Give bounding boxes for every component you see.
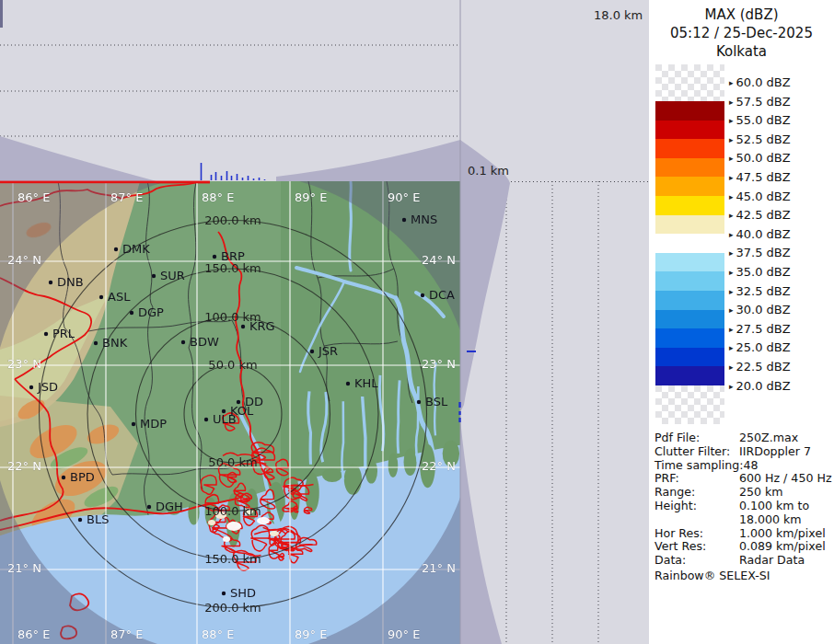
range-ring-label: 50.0 km (208, 358, 257, 372)
city-label: DGH (156, 500, 183, 513)
info-row: 18.000 km (654, 513, 833, 527)
latitude-label: 21° N (422, 561, 456, 575)
product-datetime: 05:12 / 25-Dec-2025 (649, 24, 834, 42)
city-label: BSL (425, 395, 448, 408)
scale-tick-label: ▸52.5 dBZ (729, 132, 791, 146)
info-label: Range: (654, 486, 739, 500)
scale-tick-label: ▸45.0 dBZ (729, 190, 791, 203)
city-label: PRL (52, 327, 75, 340)
city-label: MDP (140, 417, 167, 431)
city-dot (44, 332, 48, 336)
latitude-label: 23° N (7, 357, 41, 371)
info-value: Radar Data (739, 554, 805, 568)
scale-tick-arrow-icon: ▸ (729, 305, 734, 315)
scale-tick-label: ▸40.0 dBZ (729, 227, 791, 241)
scale-tick-label: ▸57.5 dBZ (729, 95, 791, 109)
city-label: BPD (70, 470, 95, 484)
scale-tick-arrow-icon: ▸ (729, 268, 734, 277)
legend-panel: MAX (dBZ) 05:12 / 25-Dec-2025 Kolkata ▸6… (649, 0, 834, 644)
info-row: Clutter Filter:IIRDoppler 7 (654, 445, 833, 459)
scale-tick-arrow-icon: ▸ (729, 325, 734, 334)
latitude-label: 24° N (7, 253, 41, 267)
city-dot (49, 281, 52, 284)
city-dot (147, 505, 151, 509)
info-label: Vert Res: (654, 540, 739, 554)
scale-tick-arrow-icon: ▸ (729, 287, 734, 296)
city-label: KHL (354, 376, 378, 390)
info-label: Pdf File: (654, 431, 739, 445)
range-ring-label: 200.0 km (204, 601, 261, 615)
delta-island (322, 468, 342, 482)
scale-checker-band (655, 64, 724, 101)
scale-tick-label: ▸55.0 dBZ (729, 113, 791, 127)
range-ring-label: 200.0 km (204, 213, 261, 227)
city-dot (62, 476, 65, 479)
scale-tick-arrow-icon: ▸ (729, 78, 734, 87)
scale-tick-arrow-icon: ▸ (729, 173, 734, 182)
info-value: 0.089 km/pixel (739, 540, 826, 554)
info-label: Height: (654, 500, 739, 513)
longitude-label: 86° E (17, 190, 50, 204)
city-dot (29, 385, 33, 389)
scale-color-band (655, 177, 724, 196)
range-ring-label: 50.0 km (208, 455, 257, 469)
info-label: Hor Res: (654, 527, 739, 541)
scale-tick-label: ▸27.5 dBZ (729, 322, 791, 336)
scale-tick-label: ▸30.0 dBZ (729, 303, 791, 316)
longitude-label: 90° E (388, 627, 420, 641)
scale-color-band (655, 253, 724, 272)
info-row: Height:0.100 km to (654, 500, 833, 513)
city-dot (181, 340, 185, 344)
scale-tick-label: ▸32.5 dBZ (729, 284, 791, 298)
city-label: BRP (221, 249, 245, 263)
scale-color-band (655, 328, 724, 348)
color-scale-column (655, 64, 724, 424)
longitude-label: 89° E (295, 190, 327, 204)
info-value: IIRDoppler 7 (739, 445, 811, 459)
info-value: 600 Hz / 450 Hz (739, 472, 832, 486)
city-label: DCA (429, 288, 455, 302)
scale-tick-arrow-icon: ▸ (729, 382, 734, 391)
latitude-label: 23° N (422, 357, 456, 371)
scale-color-band (655, 291, 724, 310)
city-dot (152, 274, 156, 278)
longitude-label: 86° E (17, 627, 50, 641)
city-dot (132, 422, 135, 426)
city-label: SUR (160, 269, 185, 282)
city-dot (114, 247, 118, 251)
scale-tick-arrow-icon: ▸ (729, 343, 734, 352)
scale-tick-arrow-icon: ▸ (729, 248, 734, 258)
longitude-label: 88° E (202, 627, 234, 641)
latitude-label: 21° N (7, 561, 41, 575)
height-axis-min-label: 0.1 km (468, 164, 509, 178)
radar-site-name: Kolkata (649, 42, 834, 61)
longitude-label: 89° E (295, 627, 327, 641)
city-label: BNK (102, 336, 128, 350)
longitude-label: 88° E (202, 190, 234, 204)
scale-tick-label: ▸60.0 dBZ (729, 75, 791, 89)
scale-tick-arrow-icon: ▸ (729, 230, 734, 239)
info-value: 1.000 km/pixel (739, 527, 826, 541)
info-row: PRF:600 Hz / 450 Hz (654, 472, 833, 486)
scale-color-band (655, 234, 724, 253)
delta-island (188, 500, 199, 525)
city-dot (130, 311, 133, 315)
scale-color-band (655, 101, 724, 121)
city-label: ULB (213, 412, 237, 426)
longitude-label: 87° E (110, 190, 143, 204)
height-axis-max-label: 18.0 km (594, 8, 643, 22)
scale-tick-label: ▸25.0 dBZ (729, 340, 791, 354)
info-value: 0.100 km to (739, 500, 809, 513)
city-dot (99, 295, 103, 299)
city-label: JSD (37, 380, 58, 394)
scale-color-band (655, 271, 724, 291)
scale-tick-arrow-icon: ▸ (729, 362, 734, 372)
scale-color-band (655, 158, 724, 178)
range-ring-label: 150.0 km (204, 552, 261, 566)
software-brand: Rainbow® SELEX-SI (654, 569, 770, 582)
city-label: DGP (138, 305, 164, 319)
city-label: BDW (190, 335, 219, 349)
city-dot (241, 325, 245, 328)
info-row: Hor Res:1.000 km/pixel (654, 527, 833, 541)
longitude-label: 90° E (388, 190, 420, 204)
